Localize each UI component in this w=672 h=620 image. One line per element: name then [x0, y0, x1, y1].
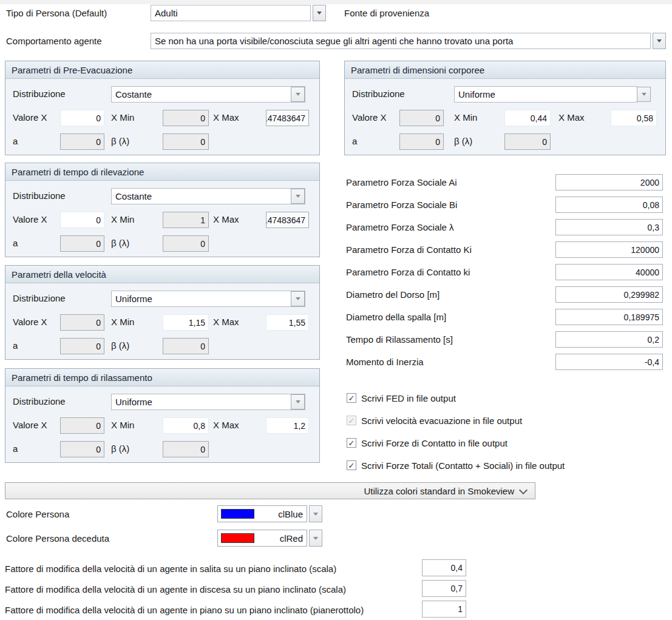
- momento-inerzia-field[interactable]: -0,4: [555, 354, 663, 370]
- distribuzione-select[interactable]: Costante: [111, 188, 305, 204]
- forza-sociale-bi-field[interactable]: 0,08: [555, 197, 663, 213]
- colore-persona-deceduta-label: Colore Persona deceduta: [6, 533, 109, 544]
- distribuzione-label: Distribuzione: [13, 396, 66, 407]
- param-label: Parametro Forza Sociale λ: [346, 222, 454, 233]
- distribuzione-select[interactable]: Costante: [111, 86, 305, 103]
- tipo-persona-dropdown-button[interactable]: [313, 5, 326, 21]
- chevron-down-icon: [519, 485, 528, 494]
- param-label: Tempo di Rilassamento [s]: [346, 334, 453, 345]
- diametro-spalla-field[interactable]: 0,189975: [555, 309, 663, 325]
- chevron-down-icon: [642, 93, 647, 96]
- person-parameters-panel: Tipo di Persona (Default) Adulti Fonte d…: [0, 0, 672, 620]
- forza-contatto-Ki-field[interactable]: 120000: [555, 241, 663, 258]
- beta-lambda-field: 0: [163, 133, 209, 150]
- a-label: a: [13, 238, 18, 249]
- beta-lambda-field: 0: [504, 133, 551, 150]
- forza-sociale-ai-field[interactable]: 2000: [555, 174, 663, 190]
- x-max-field[interactable]: 1,2: [266, 417, 309, 434]
- chevron-down-icon: [313, 513, 318, 516]
- colore-persona-deceduta-dropdown-button[interactable]: [309, 530, 322, 547]
- group-velocita: Parametri della velocità Distribuzione U…: [5, 265, 320, 360]
- tipo-persona-select[interactable]: Adulti: [151, 5, 311, 21]
- tempo-rilassamento-field[interactable]: 0,2: [555, 331, 663, 348]
- distribuzione-label: Distribuzione: [13, 293, 66, 304]
- x-max-field[interactable]: 1,55: [266, 314, 309, 331]
- valore-x-field[interactable]: 0: [60, 110, 104, 126]
- param-label: Parametro Forza di Contatto ki: [346, 267, 470, 278]
- colore-persona-deceduta-select[interactable]: clRed: [217, 530, 307, 547]
- fattore-piano-field[interactable]: 1: [422, 601, 466, 618]
- valore-x-field: 0: [60, 417, 104, 434]
- forza-sociale-lambda-field[interactable]: 0,3: [555, 219, 663, 235]
- valore-x-field: 0: [399, 110, 444, 126]
- a-field: 0: [60, 235, 104, 252]
- scrivi-velocita-checkbox: ✓: [347, 416, 356, 425]
- fonte-provenienza-label: Fonte di provenienza: [344, 8, 429, 19]
- beta-lambda-label: β (λ): [111, 443, 129, 454]
- distribuzione-dropdown-button[interactable]: [291, 291, 305, 306]
- distribuzione-dropdown-button[interactable]: [637, 87, 651, 102]
- comportamento-select[interactable]: Se non ha una porta visibile/conosciuta …: [151, 33, 651, 49]
- distribuzione-label: Distribuzione: [13, 190, 66, 201]
- x-max-label: X Max: [213, 317, 239, 328]
- checkbox-label: Scrivi FED in file output: [361, 393, 456, 404]
- beta-lambda-label: β (λ): [111, 238, 129, 249]
- beta-lambda-label: β (λ): [454, 136, 472, 147]
- x-max-field[interactable]: 0,58: [611, 110, 657, 126]
- forza-contatto-ki-field[interactable]: 40000: [555, 264, 663, 280]
- checkbox-label: Scrivi velocità evacuazione in file outp…: [361, 416, 522, 426]
- distribuzione-value: Uniforme: [112, 294, 305, 304]
- x-max-label: X Max: [213, 214, 239, 225]
- param-label: Diametro della spalla [m]: [346, 312, 446, 323]
- beta-lambda-field: 0: [163, 441, 209, 457]
- x-min-label: X Min: [111, 317, 134, 328]
- distribuzione-dropdown-button[interactable]: [291, 394, 305, 409]
- colore-persona-dropdown-button[interactable]: [309, 505, 322, 522]
- a-field: 0: [60, 338, 104, 354]
- fattore-discesa-field[interactable]: 0,7: [422, 580, 466, 597]
- a-label: a: [13, 340, 18, 351]
- x-min-label: X Min: [111, 214, 134, 225]
- distribuzione-select[interactable]: Uniforme: [111, 394, 305, 410]
- smokeview-button-label: Utilizza colori standard in Smokeview: [364, 486, 514, 496]
- fattore-piano-label: Fattore di modifica della velocità di un…: [5, 605, 364, 616]
- valore-x-field[interactable]: 0: [60, 212, 104, 228]
- x-min-field[interactable]: 0,8: [163, 417, 209, 434]
- check-icon: ✓: [348, 417, 355, 425]
- chevron-down-icon: [296, 400, 300, 403]
- a-label: a: [13, 443, 18, 454]
- beta-lambda-label: β (λ): [111, 340, 129, 351]
- scrivi-forze-totali-checkbox[interactable]: ✓: [347, 460, 356, 470]
- group-header: Parametri di Pre-Evacuazione: [5, 61, 319, 79]
- a-field: 0: [60, 441, 104, 457]
- x-min-field: 0: [163, 110, 209, 126]
- distribuzione-select[interactable]: Uniforme: [454, 86, 637, 103]
- colore-persona-select[interactable]: clBlue: [217, 505, 307, 522]
- beta-lambda-label: β (λ): [111, 136, 129, 147]
- x-min-field[interactable]: 0,44: [504, 110, 551, 126]
- group-tempo-rilassamento: Parametri di tempo di rilassamento Distr…: [5, 368, 320, 463]
- x-min-field[interactable]: 1,15: [163, 314, 209, 331]
- chevron-down-icon: [296, 93, 300, 96]
- checkbox-label: Scrivi Forze Totali (Contatto + Sociali)…: [361, 460, 565, 471]
- tipo-persona-value: Adulti: [151, 8, 310, 18]
- comportamento-dropdown-button[interactable]: [653, 33, 666, 49]
- distribuzione-value: Uniforme: [455, 89, 637, 99]
- group-header: Parametri di tempo di rilevazione: [5, 163, 319, 181]
- distribuzione-dropdown-button[interactable]: [291, 87, 305, 102]
- diametro-dorso-field[interactable]: 0,299982: [555, 286, 663, 303]
- distribuzione-value: Costante: [112, 89, 305, 99]
- a-label: a: [352, 136, 357, 147]
- check-icon: ✓: [348, 439, 355, 447]
- x-min-label: X Min: [454, 112, 477, 123]
- distribuzione-select[interactable]: Uniforme: [111, 291, 305, 307]
- smokeview-standard-colors-button[interactable]: Utilizza colori standard in Smokeview: [5, 482, 535, 499]
- scrivi-forze-contatto-checkbox[interactable]: ✓: [347, 438, 356, 448]
- scrivi-fed-checkbox[interactable]: ✓: [347, 393, 356, 403]
- fattore-salita-field[interactable]: 0,4: [422, 559, 466, 576]
- color-name: clBlue: [278, 509, 303, 519]
- distribuzione-label: Distribuzione: [13, 89, 66, 99]
- distribuzione-dropdown-button[interactable]: [291, 189, 305, 204]
- x-max-field: 2147483647: [266, 212, 309, 228]
- distribuzione-value: Uniforme: [112, 397, 305, 407]
